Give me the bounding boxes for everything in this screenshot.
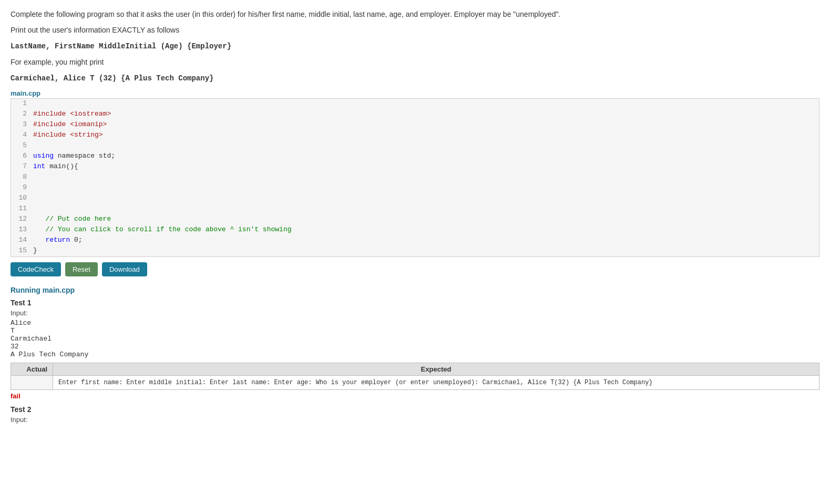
reset-button[interactable]: Reset	[65, 262, 98, 276]
desc-line1: Complete the following program so that i…	[11, 8, 819, 20]
test-1-title: Test 1	[11, 299, 819, 307]
code-line-10: 10	[11, 193, 819, 204]
code-line-8: 8	[11, 172, 819, 183]
code-line-14: 14 return 0;	[11, 235, 819, 246]
test-2-input-label: Input:	[11, 416, 819, 424]
test-1-fail-label: fail	[11, 392, 819, 400]
codecheck-button[interactable]: CodeCheck	[11, 262, 61, 276]
col-expected-header: Expected	[53, 363, 819, 375]
download-button[interactable]: Download	[102, 262, 147, 276]
test-2-title: Test 2	[11, 405, 819, 414]
test-1-input-data: Alice T Carmichael 32 A Plus Tech Compan…	[11, 319, 819, 358]
test-1-block: Test 1 Input: Alice T Carmichael 32 A Pl…	[11, 299, 819, 400]
format-line: LastName, FirstName MiddleInitial (Age) …	[11, 40, 819, 52]
test-1-input-label: Input:	[11, 309, 819, 317]
col-actual-header: Actual	[11, 363, 53, 375]
expected-cell: Enter first name: Enter middle initial: …	[53, 375, 819, 389]
example-line: Carmichael, Alice T (32) {A Plus Tech Co…	[11, 73, 819, 84]
code-line-1: 1	[11, 99, 819, 109]
code-line-2: 2 #include <iostream>	[11, 109, 819, 120]
code-line-6: 6 using namespace std;	[11, 151, 819, 162]
code-line-12: 12 // Put code here	[11, 214, 819, 225]
code-line-7: 7 int main(){	[11, 162, 819, 172]
table-row: Enter first name: Enter middle initial: …	[11, 375, 819, 389]
code-line-5: 5	[11, 141, 819, 151]
code-line-15: 15 }	[11, 246, 819, 256]
desc-line2: Print out the user's information EXACTLY…	[11, 24, 819, 36]
test-1-result-table: Actual Expected Enter first name: Enter …	[11, 363, 819, 390]
running-label: Running main.cpp	[11, 286, 819, 294]
code-line-9: 9	[11, 183, 819, 193]
code-line-11: 11	[11, 204, 819, 214]
buttons-row: CodeCheck Reset Download	[11, 262, 819, 276]
desc-line3: For example, you might print	[11, 56, 819, 68]
actual-cell	[11, 375, 53, 389]
code-line-4: 4 #include <string>	[11, 130, 819, 141]
file-label: main.cpp	[11, 89, 819, 97]
test-2-block: Test 2 Input:	[11, 405, 819, 424]
code-editor[interactable]: 1 2 #include <iostream> 3 #include <ioma…	[11, 98, 819, 257]
code-line-3: 3 #include <iomanip>	[11, 120, 819, 130]
code-line-13: 13 // You can click to scroll if the cod…	[11, 225, 819, 235]
problem-description: Complete the following program so that i…	[11, 8, 819, 84]
